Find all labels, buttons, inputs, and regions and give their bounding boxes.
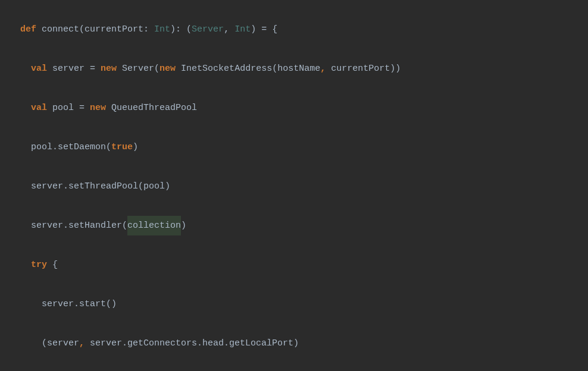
code-text: (server xyxy=(42,334,79,353)
code-text: Server( xyxy=(117,59,159,78)
code-text: pool.setDaemon( xyxy=(31,137,111,157)
highlighted-word: collection xyxy=(127,216,181,235)
code-line[interactable]: val pool = new QueuedThreadPool xyxy=(10,98,588,118)
code-editor[interactable]: def connect(currentPort: Int): (Server, … xyxy=(10,0,588,371)
code-line[interactable]: server.setHandler(collection) xyxy=(10,216,588,235)
code-text: , xyxy=(224,20,234,39)
code-text: = xyxy=(79,98,90,118)
code-text: (currentPort: xyxy=(79,20,154,39)
code-line[interactable]: (server, server.getConnectors.head.getLo… xyxy=(10,334,588,353)
keyword-val: val xyxy=(31,59,47,78)
code-text: = xyxy=(90,59,101,78)
method-name: connect xyxy=(36,20,79,39)
code-text: { xyxy=(47,255,58,275)
code-text: server.getConnectors.head.getLocalPort) xyxy=(85,334,299,353)
code-line[interactable]: def connect(currentPort: Int): (Server, … xyxy=(10,20,588,39)
code-text: currentPort)) xyxy=(326,59,401,78)
code-line[interactable]: server.setThreadPool(pool) xyxy=(10,177,588,196)
variable-server: server xyxy=(47,59,90,78)
code-text: server.start() xyxy=(42,294,117,314)
keyword-new: new xyxy=(159,59,176,78)
type-server: Server xyxy=(192,20,224,39)
code-text: ) = { xyxy=(251,20,277,39)
keyword-def: def xyxy=(20,20,36,39)
code-line[interactable]: val server = new Server(new InetSocketAd… xyxy=(10,59,588,78)
keyword-val: val xyxy=(31,98,47,118)
code-line[interactable]: server.start() xyxy=(10,294,588,314)
comma: , xyxy=(79,334,85,353)
code-line[interactable]: pool.setDaemon(true) xyxy=(10,137,588,157)
code-text: ): ( xyxy=(170,20,192,39)
keyword-try: try xyxy=(31,255,47,275)
keyword-new: new xyxy=(101,59,117,78)
type-int: Int xyxy=(154,20,170,39)
code-text: server.setThreadPool(pool) xyxy=(31,177,170,196)
keyword-new: new xyxy=(90,98,106,118)
code-text: InetSocketAddress(hostName xyxy=(176,59,320,78)
type-int: Int xyxy=(234,20,251,39)
code-text: server.setHandler( xyxy=(31,216,127,235)
code-text: QueuedThreadPool xyxy=(106,98,197,118)
keyword-true: true xyxy=(111,137,133,157)
comma: , xyxy=(320,59,326,78)
variable-pool: pool xyxy=(47,98,79,118)
code-text: ) xyxy=(181,216,186,235)
code-text: ) xyxy=(133,137,138,157)
code-line[interactable]: try { xyxy=(10,255,588,275)
